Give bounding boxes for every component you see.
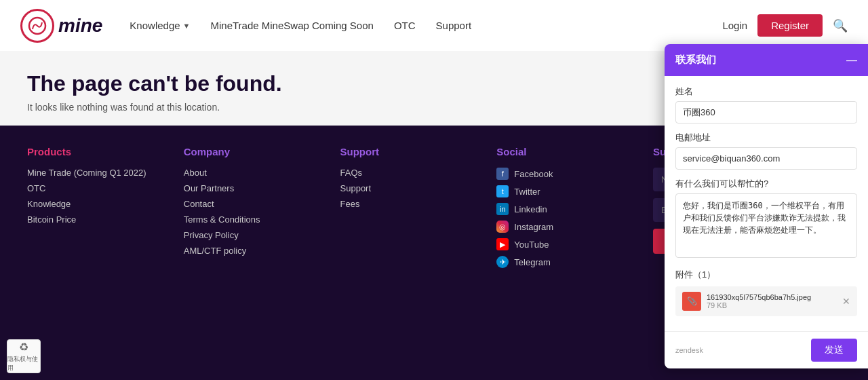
footer-link-faqs[interactable]: FAQs — [340, 168, 497, 178]
footer-link-telegram[interactable]: ✈ Telegram — [496, 256, 653, 268]
contact-panel-header: 联系我们 — — [665, 44, 868, 76]
footer-link-about[interactable]: About — [184, 168, 340, 178]
attachment-remove-button[interactable]: ✕ — [842, 296, 850, 307]
search-icon: 🔍 — [833, 19, 848, 33]
email-input[interactable] — [675, 147, 857, 170]
attachment-filename: 161930xq5l7575qb6ba7h5.jpeg — [707, 293, 837, 301]
header: mine Knowledge ▼ MineTrade MineSwap Comi… — [0, 0, 868, 51]
footer-link-partners[interactable]: Our Partners — [184, 183, 340, 193]
footer-link-youtube[interactable]: ▶ YouTube — [496, 238, 653, 250]
youtube-icon: ▶ — [496, 238, 509, 250]
footer-company: Company About Our Partners Contact Terms… — [184, 146, 340, 273]
footer-link-knowledge[interactable]: Knowledge — [27, 199, 184, 209]
footer-support: Support FAQs Support Fees — [340, 146, 497, 273]
login-button[interactable]: Login — [722, 20, 747, 31]
contact-panel-title: 联系我们 — [675, 54, 716, 66]
footer-support-title: Support — [340, 146, 497, 157]
footer-link-otc[interactable]: OTC — [27, 183, 184, 193]
nav-otc[interactable]: OTC — [394, 20, 416, 31]
recaptcha-icon: ♻ — [19, 341, 28, 354]
footer-link-contact[interactable]: Contact — [184, 199, 340, 209]
attachment-section: 附件（1） 📎 161930xq5l7575qb6ba7h5.jpeg 79 K… — [675, 269, 857, 316]
footer-link-facebook[interactable]: f Facebook — [496, 168, 653, 180]
recaptcha-label: 隐私权与使用 — [7, 355, 40, 373]
facebook-icon: f — [496, 168, 509, 180]
footer-link-privacy[interactable]: Privacy Policy — [184, 230, 340, 240]
footer-link-minetrade[interactable]: Mine Trade (Coming Q1 2022) — [27, 168, 184, 178]
attachment-filesize: 79 KB — [707, 301, 837, 309]
footer-products-title: Products — [27, 146, 184, 157]
contact-panel-footer: zendesk 发送 — [665, 331, 868, 368]
main-nav: Knowledge ▼ MineTrade MineSwap Coming So… — [130, 20, 722, 31]
instagram-icon: ◎ — [496, 221, 509, 233]
footer-link-terms[interactable]: Terms & Conditions — [184, 214, 340, 225]
footer-link-fees[interactable]: Fees — [340, 199, 497, 209]
contact-panel: 联系我们 — 姓名 电邮地址 有什么我们可以帮忙的? 您好，我们是币圈360，一… — [665, 44, 868, 368]
header-right: Login Register 🔍 — [722, 14, 848, 37]
footer-social-title: Social — [496, 146, 653, 157]
logo-text: mine — [58, 15, 102, 37]
name-input[interactable] — [675, 101, 857, 124]
name-label: 姓名 — [675, 86, 857, 98]
footer-link-aml[interactable]: AML/CTF policy — [184, 246, 340, 256]
attachment-item: 📎 161930xq5l7575qb6ba7h5.jpeg 79 KB ✕ — [675, 286, 857, 316]
footer-social: Social f Facebook t Twitter in Linkedin … — [496, 146, 653, 273]
logo[interactable]: mine — [20, 9, 102, 43]
twitter-icon: t — [496, 185, 509, 197]
footer-link-instagram[interactable]: ◎ Instagram — [496, 221, 653, 233]
contact-panel-body: 姓名 电邮地址 有什么我们可以帮忙的? 您好，我们是币圈360，一个维权平台，有… — [665, 76, 868, 331]
footer-products: Products Mine Trade (Coming Q1 2022) OTC… — [27, 146, 184, 273]
search-button[interactable]: 🔍 — [833, 18, 848, 33]
nav-knowledge[interactable]: Knowledge ▼ — [130, 20, 190, 31]
email-label: 电邮地址 — [675, 132, 857, 144]
logo-circle — [20, 9, 54, 43]
register-button[interactable]: Register — [757, 14, 823, 37]
footer-link-twitter[interactable]: t Twitter — [496, 185, 653, 197]
minimize-button[interactable]: — — [846, 55, 857, 66]
nav-support[interactable]: Support — [436, 20, 472, 31]
footer-company-title: Company — [184, 146, 340, 157]
chevron-down-icon: ▼ — [183, 22, 191, 30]
message-textarea[interactable]: 您好，我们是币圈360，一个维权平台，有用户和我们反馈你们平台涉嫌欺诈无法提款，… — [675, 193, 857, 258]
telegram-icon: ✈ — [496, 256, 509, 268]
linkedin-icon: in — [496, 203, 509, 215]
attachment-label: 附件（1） — [675, 269, 857, 281]
zendesk-label: zendesk — [675, 346, 703, 354]
footer-link-linkedin[interactable]: in Linkedin — [496, 203, 653, 215]
recaptcha-box[interactable]: ♻ 隐私权与使用 — [7, 339, 41, 373]
logo-icon — [27, 16, 47, 36]
attachment-info: 161930xq5l7575qb6ba7h5.jpeg 79 KB — [707, 293, 837, 309]
send-button[interactable]: 发送 — [811, 339, 857, 362]
footer-link-bitcoin[interactable]: Bitcoin Price — [27, 214, 184, 225]
attachment-file-icon: 📎 — [682, 292, 701, 311]
help-label: 有什么我们可以帮忙的? — [675, 178, 857, 190]
nav-minetrade[interactable]: MineTrade MineSwap Coming Soon — [210, 20, 373, 31]
footer-link-support[interactable]: Support — [340, 183, 497, 193]
